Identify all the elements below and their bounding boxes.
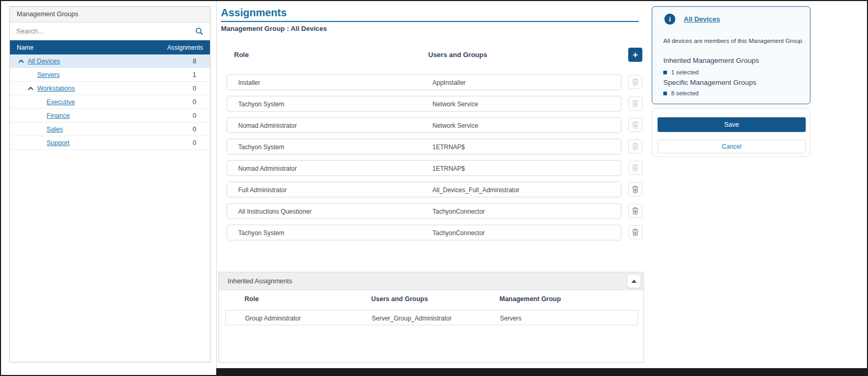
specific-selected-count: 8 selected [671,90,698,96]
assignments-count: 8 [193,58,196,65]
assignment-box: Tachyon System TachyonConnector [227,225,621,240]
collapse-button[interactable] [627,274,641,288]
inherited-selected-count: 1 selected [671,69,698,75]
tree-row[interactable]: Executive 0 [10,95,210,109]
delete-assignment-button[interactable] [628,182,642,196]
assignment-role: All Instructions Questioner [238,208,311,215]
assignment-box: Nomad Administrator 1ETRNAP$ [227,160,621,176]
tree-item-link[interactable]: Sales [47,126,63,133]
trash-icon [632,78,639,86]
tree-item-link[interactable]: Workstations [37,85,75,92]
assignment-row: Full Administrator All_Devices_Full_Admi… [227,182,644,197]
delete-assignment-button[interactable] [628,96,642,110]
selected-group-link[interactable]: All Devices [684,15,720,23]
management-group-subtitle: Management Group : All Devices [221,25,327,32]
column-role: Role [234,51,249,59]
tree-item-link[interactable]: All Devices [28,58,60,65]
tree-item-link[interactable]: Finance [47,112,70,119]
delete-assignment-button[interactable] [628,139,642,153]
caret-up-icon[interactable] [18,59,28,63]
assignment-role: Installer [238,79,260,86]
trash-icon [632,207,639,215]
specific-groups-label: Specific Management Groups [663,79,756,86]
delete-assignment-button[interactable] [628,75,642,89]
sidebar-title: Management Groups [10,7,210,23]
tree-row[interactable]: Sales 0 [10,123,210,136]
assignment-users: Network Service [432,122,478,129]
tree-row[interactable]: Servers 1 [10,68,210,82]
assignments-count: 0 [193,139,196,147]
assignment-row: All Instructions Questioner TachyonConne… [227,203,644,219]
assignment-box: Full Administrator All_Devices_Full_Admi… [227,182,621,197]
trash-icon [632,121,639,129]
assignment-box: All Instructions Questioner TachyonConne… [227,203,621,219]
assignment-row: Tachyon System TachyonConnector [227,225,644,240]
title-rule [221,21,639,22]
management-groups-tree: All Devices 8 Servers 1 Workstations 0 E… [10,54,210,150]
bullet-icon [663,71,667,74]
assignments-count: 1 [193,71,196,79]
cancel-button[interactable]: Cancel [658,140,806,153]
assignment-box: Installer AppInstaller [227,74,621,90]
assignment-role: Full Administrator [238,186,287,194]
inherited-groups-value: 1 selected [663,69,698,75]
assignment-row: Nomad Administrator Network Service [227,117,644,133]
assignment-users: AppInstaller [432,79,465,86]
search-icon[interactable] [195,27,204,36]
assignment-users: TachyonConnector [432,208,485,215]
tree-row[interactable]: Workstations 0 [10,82,210,95]
assignment-users: TachyonConnector [432,229,485,237]
trash-icon [632,142,639,150]
assignment-users: Network Service [432,101,478,108]
assignment-role: Tachyon System [238,143,284,151]
assignments-count: 0 [193,112,196,119]
tree-item-link[interactable]: Support [47,139,70,147]
assignment-row: Nomad Administrator 1ETRNAP$ [227,160,644,176]
assignment-row: Tachyon System 1ETRNAP$ [227,139,644,154]
content-divider [216,1,217,375]
tree-row[interactable]: Support 0 [10,136,210,150]
add-assignment-button[interactable]: + [628,48,642,62]
inherited-assignments-panel: Inherited Assignments Role Users and Gro… [218,272,644,363]
inherited-column-role: Role [244,295,259,303]
delete-assignment-button[interactable] [628,118,642,132]
trash-icon [632,185,639,193]
inherited-group: Servers [500,315,521,322]
caret-up-icon[interactable] [37,127,47,131]
assignments-section: Assignments Management Group : All Devic… [217,1,644,370]
delete-assignment-button[interactable] [628,204,642,218]
assignment-row: Tachyon System Network Service [227,96,644,112]
search-input[interactable] [16,27,195,35]
tree-row[interactable]: All Devices 8 [10,54,210,68]
actions-card: Save Cancel [652,108,810,157]
assignments-count: 0 [193,98,196,106]
assignments-list: Installer AppInstaller Tachyon System Ne… [227,74,644,246]
assignment-role: Nomad Administrator [238,122,297,129]
delete-assignment-button[interactable] [628,161,642,175]
assignment-users: 1ETRNAP$ [432,165,465,172]
caret-up-icon[interactable] [28,73,37,77]
management-groups-panel: Management Groups Name Assignments All D… [9,6,210,362]
caret-up-icon[interactable] [28,86,37,91]
group-description: All devices are members of this Manageme… [663,38,802,44]
tree-item-link[interactable]: Servers [37,71,60,79]
selected-group-info-card: i All Devices All devices are members of… [652,6,810,104]
caret-up-icon[interactable] [37,114,47,118]
inherited-groups-label: Inherited Management Groups [663,57,759,64]
trash-icon [632,228,639,236]
delete-assignment-button[interactable] [628,225,642,239]
assignment-role: Nomad Administrator [238,165,297,172]
assignment-box: Tachyon System 1ETRNAP$ [227,139,621,154]
column-users-and-groups: Users and Groups [428,51,487,59]
caret-up-icon[interactable] [37,100,47,104]
inherited-assignments-title: Inherited Assignments [228,278,292,285]
tree-item-link[interactable]: Executive [47,98,75,106]
inherited-assignment-row: Group Administrator Server_Group_Adminis… [225,310,638,325]
tree-row[interactable]: Finance 0 [10,109,210,123]
column-name: Name [17,44,34,51]
inherited-role: Group Administrator [245,315,301,322]
caret-up-icon[interactable] [37,141,47,145]
save-button[interactable]: Save [658,117,806,132]
specific-groups-value: 8 selected [663,90,698,96]
info-icon: i [664,14,675,25]
